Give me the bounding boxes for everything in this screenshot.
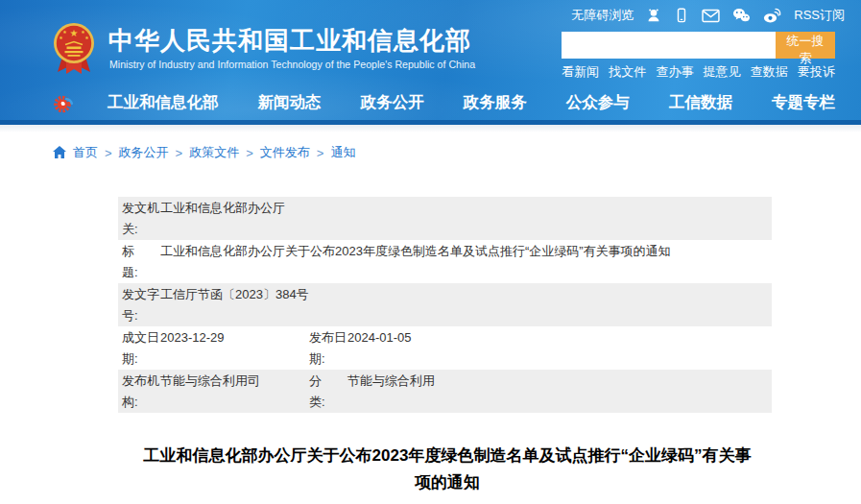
nav-item-gov-disclosure[interactable]: 政务公开 [361,92,424,113]
breadcrumb-separator: > [105,146,112,160]
svg-text:★: ★ [62,29,67,35]
nav-item-special-topics[interactable]: 专题专栏 [772,92,835,113]
doc-info-value: 工业和信息化部办公厅关于公布2023年度绿色制造名单及试点推行“企业绿码”有关事… [160,241,772,262]
doc-info-row-issuing-authority: 发文机关: 工业和信息化部办公厅 [118,197,772,240]
home-icon[interactable] [53,146,66,158]
site-title[interactable]: 中华人民共和国工业和信息化部 [108,24,471,58]
miit-gear-logo-icon [53,93,74,118]
breadcrumb-file-release[interactable]: 文件发布 [260,144,310,161]
doc-info-value: 2024-01-05 [347,327,772,348]
doc-info-value: 节能与综合利用 [347,371,772,392]
quick-link-services[interactable]: 查办事 [656,63,693,81]
doc-info-table: 发文机关: 工业和信息化部办公厅 标 题: 工业和信息化部办公厅关于公布2023… [118,197,772,413]
search-bar: 统一搜索 [562,32,835,59]
svg-text:★: ★ [70,28,79,38]
quick-links: 看新闻 找文件 查办事 提意见 查数据 要投诉 [562,63,835,81]
search-button[interactable]: 统一搜索 [776,32,835,59]
doc-info-label: 标 题: [122,241,160,283]
main-nav: 工业和信息化部 新闻动态 政务公开 政务服务 公众参与 工信数据 专题专栏 [108,85,835,119]
article-title: 工业和信息化部办公厅关于公布2023年度绿色制造名单及试点推行“企业绿码”有关事… [138,443,756,496]
breadcrumb-separator: > [176,146,183,160]
svg-text:★: ★ [59,35,63,40]
mail-icon[interactable] [702,9,720,23]
breadcrumb-gov-disclosure[interactable]: 政务公开 [119,144,169,161]
quick-link-files[interactable]: 找文件 [609,63,646,81]
breadcrumb-home[interactable]: 首页 [73,144,98,161]
header-divider [0,125,861,132]
site-header: 无障碍浏览 [0,0,861,125]
doc-info-row-title: 标 题: 工业和信息化部办公厅关于公布2023年度绿色制造名单及试点推行“企业绿… [118,240,772,283]
quick-link-complain[interactable]: 要投诉 [798,63,835,81]
doc-info-label: 发布日期: [309,327,347,370]
weibo-icon[interactable] [763,8,781,23]
doc-info-label: 发布机构: [122,371,160,413]
doc-info-row-dates: 成文日期: 2023-12-29 发布日期: 2024-01-05 [118,326,772,370]
doc-info-row-document-number: 发文字号: 工信厅节函〔2023〕384号 [118,283,772,326]
quick-link-suggest[interactable]: 提意见 [704,63,741,81]
wechat-icon[interactable] [732,8,751,23]
breadcrumb-notice[interactable]: 通知 [330,144,355,161]
breadcrumb-separator: > [246,146,253,160]
quick-link-news[interactable]: 看新闻 [562,63,599,81]
rss-link[interactable]: RSS订阅 [794,7,845,24]
doc-info-label: 发文字号: [122,284,160,326]
site-subtitle: Ministry of Industry and Information Tec… [109,59,475,70]
nav-item-public-participation[interactable]: 公众参与 [566,92,630,113]
breadcrumb-policy-files[interactable]: 政策文件 [189,144,239,161]
doc-info-label: 发文机关: [122,198,160,240]
search-input[interactable] [562,32,776,59]
nav-item-industry-data[interactable]: 工信数据 [669,92,732,113]
quick-link-data[interactable]: 查数据 [751,63,788,81]
doc-info-row-publisher-category: 发布机构: 节能与综合利用司 分 类: 节能与综合利用 [118,370,772,413]
nav-item-news[interactable]: 新闻动态 [258,92,322,113]
doc-info-label: 成文日期: [122,327,160,370]
national-emblem-icon[interactable]: ★ ★ ★ ★ ★ [53,22,95,80]
doc-info-value: 2023-12-29 [160,327,309,348]
svg-text:★: ★ [84,35,89,40]
breadcrumb: 首页 > 政务公开 > 政策文件 > 文件发布 > 通知 [53,144,355,161]
doc-info-value: 节能与综合利用司 [160,371,309,392]
mascot-icon[interactable] [646,8,661,23]
topbar: 无障碍浏览 [571,7,845,24]
mobile-icon[interactable] [674,8,689,23]
doc-info-value: 工信厅节函〔2023〕384号 [160,284,772,305]
doc-info-value: 工业和信息化部办公厅 [160,198,772,219]
page: 无障碍浏览 [0,0,861,504]
doc-info-label: 分 类: [309,371,347,413]
accessibility-link[interactable]: 无障碍浏览 [571,7,634,24]
nav-item-gov-services[interactable]: 政务服务 [464,92,527,113]
breadcrumb-separator: > [317,146,324,160]
nav-item-miit[interactable]: 工业和信息化部 [108,92,219,113]
